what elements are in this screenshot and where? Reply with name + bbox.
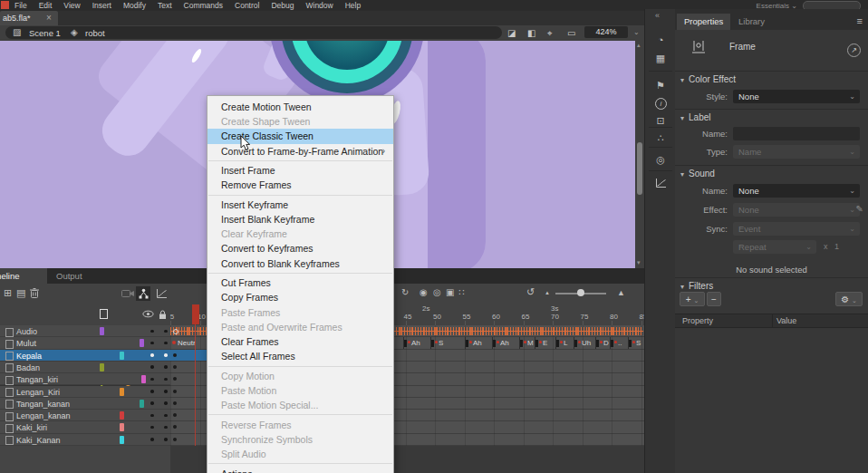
parenting-view-icon[interactable] [136,286,150,301]
color-palette-icon[interactable]: ◔ [645,34,676,45]
layer-row-tangan-kanan[interactable]: Tangan_kanan [0,398,170,410]
layer-lock-dot[interactable] [164,438,168,441]
layer-lock-dot[interactable] [164,330,168,333]
layer-lock-dot[interactable] [164,353,168,357]
layer-lock-dot[interactable] [164,390,168,393]
label-name-input[interactable] [733,127,860,140]
creative-cloud-icon[interactable]: ◎ [645,154,676,166]
layer-lock-dot[interactable] [164,342,168,345]
delete-layer-icon[interactable] [29,287,40,299]
zoom-in-frames-icon[interactable]: ▲ [617,288,625,297]
playhead-marker[interactable] [192,304,199,324]
menu-item-cut-frames[interactable]: Cut Frames [207,275,393,290]
layer-visibility-dot[interactable] [150,438,154,441]
zoom-out-frames-icon[interactable]: ▲ [545,290,550,295]
stage-vertical-scrollbar[interactable]: ▴ ▾ [635,41,644,268]
layer-row-lengan-kanan[interactable]: Lengan_kanan [0,410,170,421]
layer-visibility-dot[interactable] [150,353,154,357]
menu-insert[interactable]: Insert [92,1,111,10]
layer-color-swatch[interactable] [140,400,144,408]
onion-range-icon[interactable]: ∷ [458,287,464,297]
layer-visibility-dot[interactable] [150,414,154,418]
layer-row-mulut[interactable]: Mulut [0,337,170,349]
sound-effect-select[interactable]: None⌄ [733,203,860,217]
scrollbar-thumb[interactable] [637,142,642,195]
layer-color-swatch[interactable] [120,352,124,360]
particles-icon[interactable]: ∴ [645,132,676,144]
menu-control[interactable]: Control [235,1,259,10]
column-property[interactable]: Property [682,316,713,325]
flag-icon[interactable]: ⚑ [645,80,676,92]
remove-filter-button[interactable]: − [707,292,721,306]
label-type-select[interactable]: Name⌄ [733,145,860,159]
zoom-caret-icon[interactable]: ⌄ [633,29,640,36]
section-color-effect[interactable]: ▾Color Effect [680,74,736,84]
layer-visibility-dot[interactable] [150,342,154,345]
repeat-count-value[interactable]: 1 [834,242,839,251]
layer-lock-dot[interactable] [164,365,168,369]
layer-row-audio[interactable]: Audio [0,325,170,337]
layer-color-swatch[interactable] [120,436,124,444]
layer-lock-dot[interactable] [164,401,168,405]
menu-modify[interactable]: Modify [123,1,146,10]
menu-item-convert-to-keyframes[interactable]: Convert to Keyframes [207,241,393,256]
menu-item-create-classic-tween[interactable]: Create Classic Tween [207,129,393,143]
layer-lock-dot[interactable] [164,414,168,418]
menu-edit[interactable]: Edit [39,1,53,10]
zoom-level-select[interactable]: 424% [584,26,628,38]
menu-view[interactable]: View [63,1,80,10]
edit-multiple-frames-icon[interactable]: ▣ [446,287,454,297]
menu-help[interactable]: Help [345,1,361,10]
tab-library[interactable]: Library [731,14,772,30]
layer-color-swatch[interactable] [100,327,104,335]
layer-color-swatch[interactable] [120,423,124,431]
onion-outline-icon[interactable]: ◎ [433,287,441,297]
menu-text[interactable]: Text [158,1,172,10]
close-tab-icon[interactable]: × [46,13,52,23]
breadcrumb-symbol[interactable]: robot [85,28,105,38]
layer-row-kaki-kiri[interactable]: Kaki_kiri [0,421,170,433]
clip-content-icon[interactable]: ◪ [507,28,516,38]
menu-item-insert-keyframe[interactable]: Insert Keyframe [207,198,393,212]
frame-picker-icon[interactable]: ▦ [645,53,676,64]
layer-visibility-dot[interactable] [150,401,154,405]
section-filters[interactable]: ▾Filters [680,281,713,291]
tab-output[interactable]: Output [56,271,82,281]
menu-debug[interactable]: Debug [271,1,294,10]
menu-item-actions[interactable]: Actions [207,467,393,473]
center-stage-icon[interactable]: ⌖ [547,28,553,39]
column-value[interactable]: Value [776,316,796,325]
filter-options-button[interactable]: ⚙ ⌄ [835,292,863,306]
onion-skin-icon[interactable]: ◉ [420,287,428,297]
new-layer-icon[interactable]: ⊞ [4,287,12,299]
layer-visibility-dot[interactable] [150,426,154,430]
new-folder-icon[interactable]: ▤ [16,287,25,299]
menu-item-convert-to-frame-by-frame-animation[interactable]: Convert to Frame-by-Frame Animation› [207,144,393,159]
clip-bounds-icon[interactable]: ▭ [567,28,575,38]
layer-visibility-dot[interactable] [150,365,154,369]
panel-menu-icon[interactable]: ≡ [857,15,863,26]
document-tab[interactable]: ab5.fla* × [0,11,58,25]
layer-color-swatch[interactable] [141,375,146,383]
expand-panel-icon[interactable]: ↗ [847,43,861,57]
camera-icon[interactable] [120,286,134,301]
menu-item-create-motion-tween[interactable]: Create Motion Tween [207,100,393,114]
sound-name-select[interactable]: None⌄ [733,184,860,198]
outline-color-swatch[interactable] [100,309,108,319]
layer-color-swatch[interactable] [120,388,124,396]
edit-sound-pencil-icon[interactable]: ✎ [856,204,863,214]
tab-timeline[interactable]: Timeline [0,268,47,284]
scroll-down-icon[interactable]: ▾ [637,259,641,265]
layer-lock-dot[interactable] [164,426,168,430]
menu-item-copy-frames[interactable]: Copy Frames [207,290,393,304]
sound-sync-select[interactable]: Event⌄ [733,222,860,236]
layer-row-kepala[interactable]: Kepala [0,350,170,362]
layer-lock-dot[interactable] [164,378,168,381]
layer-color-swatch[interactable] [120,411,124,420]
menu-file[interactable]: File [14,1,27,10]
layer-color-swatch[interactable] [100,363,104,372]
layer-row-kaki-kanan[interactable]: Kaki_Kanan [0,434,170,446]
layer-visibility-dot[interactable] [150,390,154,393]
tab-properties[interactable]: Properties [677,14,730,30]
lock-icon[interactable] [158,310,168,320]
